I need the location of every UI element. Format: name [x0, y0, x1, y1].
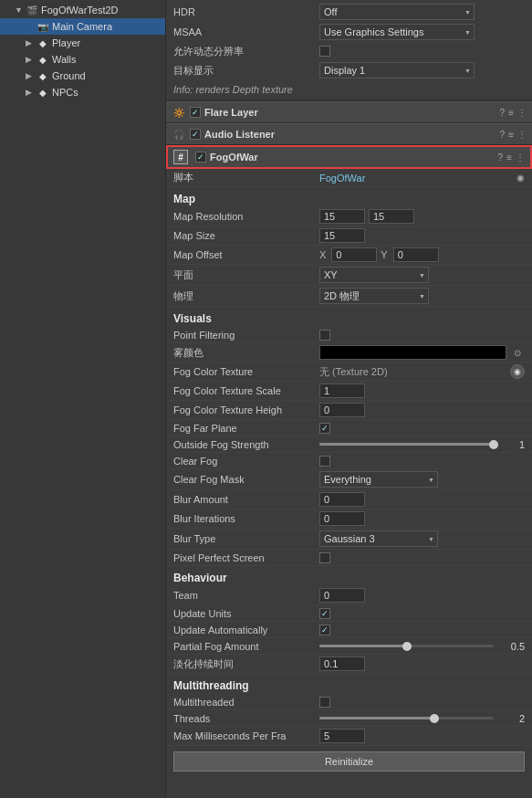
blur-iterations-input[interactable] [319, 511, 365, 526]
multithreaded-row: Multithreaded [166, 694, 532, 710]
fog-far-plane-checkbox[interactable] [319, 423, 330, 434]
hdr-dropdown-wrap[interactable]: Off [319, 4, 475, 20]
script-circle-btn[interactable]: ◉ [516, 173, 525, 183]
update-auto-checkbox[interactable] [319, 625, 330, 635]
partial-fog-slider[interactable]: 0.5 [319, 641, 525, 652]
flare-layer-enabled-checkbox[interactable] [190, 107, 201, 118]
fog-color-texture-heigh-input[interactable] [319, 403, 365, 417]
audio-settings-icon[interactable]: ≡ [508, 130, 514, 140]
fog-settings-icon[interactable]: ≡ [506, 152, 512, 163]
msaa-dropdown-wrap[interactable]: Use Graphics Settings [319, 24, 475, 40]
outside-fog-strength-slider[interactable]: 1 [319, 439, 525, 450]
camera-settings-top: HDR Off MSAA Use Graphics Settings 允许动态分… [166, 0, 532, 101]
color-picker-icon[interactable]: ⊙ [510, 345, 525, 360]
flare-layer-header: 🔆 Flare Layer ? ≡ ⋮ [166, 101, 532, 123]
update-units-checkbox[interactable] [319, 608, 330, 619]
multithreading-section-heading: Multithreading [166, 674, 532, 694]
target-display-dropdown-wrap[interactable]: Display 1 [319, 62, 475, 79]
audio-icon: 🎧 [172, 127, 186, 142]
hierarchy-panel: ▼ 🎬 FogOfWarTest2D 📷 Main Camera ▶ ◆ Pla… [0, 0, 166, 798]
sidebar-item-fogofwartest2d[interactable]: ▼ 🎬 FogOfWarTest2D [0, 2, 165, 18]
sidebar-item-player[interactable]: ▶ ◆ Player [0, 35, 165, 51]
msaa-dropdown[interactable]: Use Graphics Settings [319, 24, 475, 40]
blur-type-dropdown-wrap[interactable]: Gaussian 3 [319, 530, 438, 547]
fog-color-texture-heigh-row: Fog Color Texture Heigh [166, 401, 532, 420]
map-resolution-x-input[interactable] [319, 209, 365, 224]
sidebar-item-walls[interactable]: ▶ ◆ Walls [0, 51, 165, 68]
hdr-label: HDR [173, 6, 319, 17]
fog-color-texture-scale-row: Fog Color Texture Scale [166, 382, 532, 401]
map-resolution-row: Map Resolution [166, 207, 532, 226]
max-ms-input[interactable] [319, 729, 365, 743]
walls-icon: ◆ [37, 53, 49, 66]
outside-fog-strength-thumb[interactable] [489, 440, 498, 449]
plane-label: 平面 [173, 268, 319, 282]
flare-layer-question-icon[interactable]: ? [500, 108, 506, 118]
outside-fog-strength-value: 1 [497, 439, 525, 450]
team-input[interactable] [319, 588, 365, 603]
physics-dropdown[interactable]: 2D 物理 [319, 288, 429, 304]
blur-iterations-row: Blur Iterations [166, 509, 532, 529]
blur-amount-input[interactable] [319, 492, 365, 507]
fog-texture-circle-btn[interactable]: ◉ [510, 364, 525, 379]
msaa-row: MSAA Use Graphics Settings [166, 22, 532, 42]
plane-dropdown-wrap[interactable]: XY [319, 267, 429, 283]
script-value[interactable]: FogOfWar [319, 173, 365, 184]
sidebar-item-ground[interactable]: ▶ ◆ Ground [0, 68, 165, 84]
clear-fog-checkbox[interactable] [319, 456, 330, 467]
physics-dropdown-wrap[interactable]: 2D 物理 [319, 288, 429, 304]
map-section-heading: Map [166, 187, 532, 207]
dynamic-res-checkbox[interactable] [319, 46, 330, 57]
sidebar-item-main-camera[interactable]: 📷 Main Camera [0, 18, 165, 35]
clear-fog-mask-dropdown[interactable]: Everything [319, 471, 438, 488]
pixel-perfect-checkbox[interactable] [319, 552, 330, 563]
sidebar-item-label: Ground [52, 70, 86, 81]
map-resolution-y-input[interactable] [369, 209, 414, 224]
hash-icon: # [173, 150, 188, 164]
reinitialize-button[interactable]: Reinitialize [173, 751, 525, 772]
map-size-input[interactable] [319, 228, 365, 243]
blur-type-dropdown[interactable]: Gaussian 3 [319, 530, 438, 547]
clear-fog-mask-dropdown-wrap[interactable]: Everything [319, 471, 438, 488]
flare-layer-settings-icon[interactable]: ≡ [508, 108, 514, 118]
threads-thumb[interactable] [430, 714, 439, 723]
map-resolution-label: Map Resolution [173, 211, 319, 222]
info-row: Info: renders Depth texture [166, 80, 532, 99]
fade-input[interactable] [319, 656, 365, 671]
hdr-dropdown[interactable]: Off [319, 4, 475, 20]
inspector-panel: HDR Off MSAA Use Graphics Settings 允许动态分… [166, 0, 532, 798]
target-display-dropdown[interactable]: Display 1 [319, 62, 475, 79]
outside-fog-strength-fill [319, 443, 494, 446]
audio-question-icon[interactable]: ? [500, 130, 506, 140]
partial-fog-thumb[interactable] [402, 642, 412, 651]
plane-dropdown[interactable]: XY [319, 267, 429, 283]
fog-more-icon[interactable]: ⋮ [516, 152, 525, 163]
partial-fog-fill [319, 645, 407, 647]
threads-slider[interactable]: 2 [319, 713, 525, 724]
flare-layer-more-icon[interactable]: ⋮ [517, 108, 527, 118]
target-display-row: 目标显示 Display 1 [166, 60, 532, 80]
map-offset-label: Map Offset [173, 249, 319, 260]
reinitialize-wrap: Reinitialize [166, 746, 532, 777]
map-offset-x-input[interactable] [331, 247, 377, 262]
multithreaded-checkbox[interactable] [319, 697, 330, 708]
map-offset-y-input[interactable] [393, 247, 439, 262]
fog-color-swatch: ⊙ [319, 345, 525, 360]
y-label: Y [381, 249, 387, 260]
fog-of-war-enabled-checkbox[interactable] [195, 152, 206, 163]
partial-fog-value: 0.5 [497, 641, 525, 652]
update-auto-row: Update Automatically [166, 622, 532, 638]
partial-fog-label: Partial Fog Amount [173, 641, 319, 652]
sidebar-item-npcs[interactable]: ▶ ◆ NPCs [0, 84, 165, 100]
fog-color-texture-heigh-label: Fog Color Texture Heigh [173, 404, 319, 415]
audio-listener-header: 🎧 Audio Listener ? ≡ ⋮ [166, 123, 532, 145]
audio-listener-enabled-checkbox[interactable] [190, 129, 201, 140]
fog-color-texture-scale-input[interactable] [319, 383, 365, 398]
physics-row: 物理 2D 物理 [166, 286, 532, 307]
audio-more-icon[interactable]: ⋮ [517, 130, 527, 140]
fog-question-icon[interactable]: ? [498, 152, 504, 163]
fog-color-box[interactable] [319, 345, 506, 360]
plane-row: 平面 XY [166, 265, 532, 286]
point-filtering-checkbox[interactable] [319, 330, 330, 341]
visuals-section-heading: Visuals [166, 307, 532, 327]
